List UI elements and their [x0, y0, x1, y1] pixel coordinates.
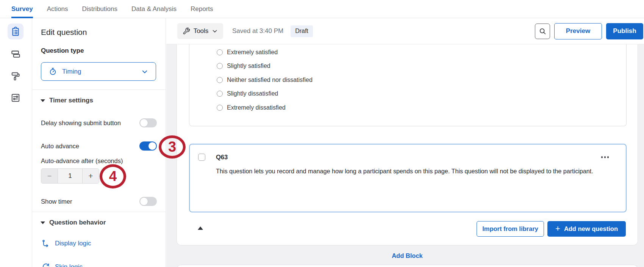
radio-button-icon[interactable]: [217, 63, 223, 69]
question-checkbox[interactable]: [198, 154, 205, 161]
display-logic-icon: [42, 239, 50, 248]
radio-button-icon[interactable]: [217, 91, 223, 97]
publish-button[interactable]: Publish: [606, 23, 643, 39]
radio-button-icon[interactable]: [217, 105, 223, 111]
preview-button[interactable]: Preview: [554, 23, 602, 39]
ellipsis-menu-icon[interactable]: [601, 156, 609, 158]
auto-advance-seconds-stepper: − 1 +: [41, 168, 99, 184]
toggle-knob: [140, 119, 148, 127]
tab-distributions[interactable]: Distributions: [82, 0, 117, 18]
tab-survey[interactable]: Survey: [11, 0, 33, 18]
stepper-increment-button[interactable]: +: [82, 169, 99, 183]
timer-settings-title: Timer settings: [49, 97, 93, 104]
question-type-label: Question type: [41, 47, 84, 55]
chevron-down-icon: [212, 28, 218, 34]
add-new-question-button[interactable]: + Add new question: [547, 221, 626, 237]
radio-button-icon[interactable]: [217, 77, 223, 83]
display-logic-label: Display logic: [55, 240, 91, 247]
clipboard-list-icon: [11, 27, 20, 36]
option-label: Neither satisfied nor dissatisfied: [227, 77, 313, 83]
left-icon-rail: [0, 18, 32, 267]
tools-label: Tools: [194, 27, 209, 35]
survey-canvas: Extremely satisfied Slightly satisfied N…: [166, 44, 644, 267]
display-logic-link[interactable]: Display logic: [42, 239, 91, 248]
sidebar-item-survey-builder[interactable]: [8, 24, 23, 39]
collapse-block-icon[interactable]: [198, 226, 203, 230]
skip-logic-icon: [42, 263, 50, 267]
settings-sliders-icon: [11, 93, 20, 103]
option-row: Neither satisfied nor dissatisfied: [217, 77, 313, 83]
option-label: Slightly dissatisfied: [227, 90, 278, 97]
option-label: Slightly satisfied: [227, 63, 270, 69]
collapse-triangle-icon: [41, 221, 45, 224]
question-description: This question lets you record and manage…: [216, 168, 595, 175]
annotation-circle-4: 4: [100, 164, 126, 188]
option-row: Slightly dissatisfied: [217, 90, 278, 97]
search-icon: [539, 27, 547, 35]
add-block-link[interactable]: Add Block: [392, 252, 423, 259]
delay-submit-toggle[interactable]: [139, 118, 157, 127]
tools-button[interactable]: Tools: [177, 23, 223, 39]
skip-logic-label: Skip logic: [55, 263, 83, 267]
timing-question-card[interactable]: Q63 This question lets you record and ma…: [189, 144, 627, 212]
section-divider: [32, 90, 166, 90]
question-behavior-header[interactable]: Question behavior: [41, 219, 106, 226]
option-label: Extremely dissatisfied: [227, 104, 286, 111]
next-block-top: [177, 265, 638, 267]
annotation-number: 3: [168, 139, 176, 155]
question-type-select[interactable]: Timing: [41, 62, 156, 81]
annotation-circle-3: 3: [159, 135, 186, 159]
add-block-row: Add Block: [177, 252, 638, 259]
panel-title: Edit question: [41, 28, 87, 37]
show-timer-toggle[interactable]: [139, 197, 157, 206]
question-behavior-title: Question behavior: [49, 219, 106, 226]
saved-status-text: Saved at 3:40 PM: [232, 27, 283, 35]
stopwatch-icon: [49, 68, 57, 75]
top-navigation: Survey Actions Distributions Data & Anal…: [0, 0, 644, 18]
blocks-icon: [11, 49, 21, 59]
skip-logic-link[interactable]: Skip logic: [42, 263, 83, 267]
option-row: Slightly satisfied: [217, 63, 270, 69]
delay-submit-row: Delay showing submit button: [41, 118, 157, 127]
edit-question-panel: Edit question Question type Timing T: [32, 18, 166, 267]
radio-button-icon[interactable]: [217, 49, 223, 55]
tab-reports[interactable]: Reports: [191, 0, 213, 18]
toolbar: Tools Saved at 3:40 PM Draft Previe: [166, 18, 644, 44]
question-block: Extremely satisfied Slightly satisfied N…: [177, 44, 638, 245]
tab-data-analysis[interactable]: Data & Analysis: [131, 0, 177, 18]
chevron-down-icon: [141, 68, 148, 75]
satisfaction-question-card[interactable]: Extremely satisfied Slightly satisfied N…: [189, 44, 627, 126]
toggle-knob: [148, 142, 156, 150]
auto-advance-label: Auto advance: [41, 143, 79, 150]
auto-advance-after-label: Auto-advance after (seconds): [41, 157, 123, 165]
draft-status-badge: Draft: [291, 25, 313, 37]
qualtrics-survey-editor: Survey Actions Distributions Data & Anal…: [0, 0, 644, 267]
search-button[interactable]: [535, 24, 550, 39]
sidebar-item-survey-flow[interactable]: [8, 46, 23, 62]
show-timer-label: Show timer: [41, 198, 72, 205]
sidebar-item-survey-options[interactable]: [8, 90, 23, 106]
annotation-number: 4: [109, 168, 117, 184]
toggle-knob: [140, 197, 148, 206]
show-timer-row: Show timer: [41, 197, 157, 206]
main-area: Tools Saved at 3:40 PM Draft Previe: [166, 18, 644, 267]
auto-advance-toggle[interactable]: [139, 141, 157, 151]
stepper-decrement-button[interactable]: −: [41, 169, 58, 183]
tab-actions[interactable]: Actions: [47, 0, 68, 18]
option-row: Extremely dissatisfied: [217, 104, 286, 111]
wrench-icon: [183, 27, 190, 35]
option-label: Extremely satisfied: [227, 49, 278, 56]
question-type-value: Timing: [62, 68, 81, 75]
question-id: Q63: [216, 154, 228, 161]
plus-icon: +: [555, 224, 560, 234]
import-from-library-button[interactable]: Import from library: [477, 221, 544, 237]
stepper-value[interactable]: 1: [58, 169, 82, 183]
sidebar-item-look-and-feel[interactable]: [8, 68, 23, 84]
paint-roller-icon: [11, 71, 20, 81]
timer-settings-header[interactable]: Timer settings: [41, 97, 93, 104]
option-row: Extremely satisfied: [217, 49, 278, 55]
auto-advance-row: Auto advance: [41, 141, 157, 151]
section-divider: [32, 212, 166, 212]
add-new-question-label: Add new question: [564, 225, 618, 232]
collapse-triangle-icon: [41, 99, 45, 102]
